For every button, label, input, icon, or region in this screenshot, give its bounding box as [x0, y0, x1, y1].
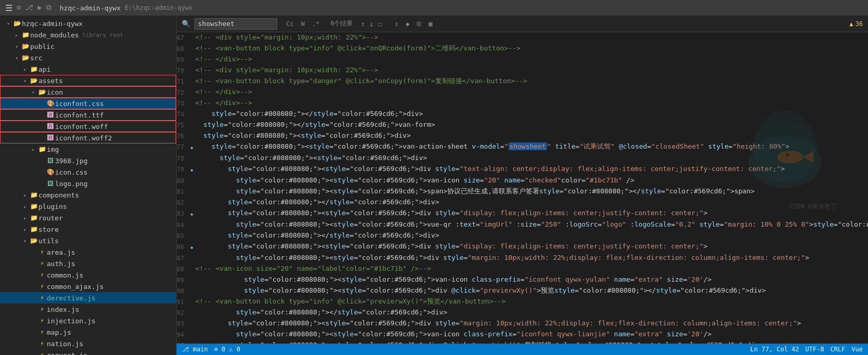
search-term: showsheet — [198, 20, 234, 28]
code-editor[interactable]: CSDN @果东布丁 67 <!-- <div style="margin: 1… — [177, 32, 868, 344]
file-explorer: ▾📂hzqc-admin-qywx▸📁node_moduleslibrary r… — [0, 16, 177, 355]
tree-item[interactable]: ⚡nation.js — [0, 338, 176, 349]
tree-item[interactable]: ▸📁img — [0, 143, 176, 155]
close-result-btn[interactable]: ☐ — [376, 20, 383, 28]
tree-item[interactable]: ▾📂src — [0, 52, 176, 63]
tree-item[interactable]: ⚡derective.js — [0, 292, 176, 304]
gutter-icon[interactable]: ◆ — [190, 245, 193, 250]
tree-item[interactable]: ▸📁components — [0, 189, 176, 201]
tree-item[interactable]: ▸📁store — [0, 223, 176, 235]
line-number: 70 — [177, 65, 190, 76]
code-row: 89 style="color:#808080;"><style="color:… — [177, 274, 868, 285]
tree-item-label: area.js — [47, 248, 75, 256]
files-icon[interactable]: ☰ — [5, 3, 12, 13]
warning-icon: ▲ — [849, 20, 853, 28]
line-number: 86 — [177, 241, 190, 253]
narrow-btn[interactable]: ◆ — [403, 20, 412, 28]
title-bar: ☰ ⚙ ⎇ ▶ ⧉ hzqc-admin-qywx E:\hzqc-admin-… — [0, 0, 868, 16]
line-number: 84 — [177, 219, 190, 230]
tree-item[interactable]: ⚡auth.js — [0, 258, 176, 269]
tree-item[interactable]: ⚡injection.js — [0, 315, 176, 326]
line-number: 78 — [177, 153, 190, 164]
js-icon: ⚡ — [37, 248, 47, 256]
code-row: 73 <!-- </div>--> — [177, 98, 868, 109]
tree-item-label: components — [38, 191, 79, 199]
tree-item-sublabel: library root — [82, 32, 123, 38]
branch-status[interactable]: ⎇ main — [182, 346, 208, 353]
tree-item[interactable]: 🖼3968.jpg — [0, 155, 176, 166]
language-status[interactable]: Vue — [851, 346, 863, 353]
tree-item[interactable]: ▾📂public — [0, 41, 176, 52]
line-code: style="color:#808080;"><style="color:#56… — [193, 274, 868, 285]
css-icon: 🎨 — [46, 168, 55, 176]
tree-item[interactable]: 🅰iconfont.ttf — [0, 109, 176, 121]
whole-word-btn[interactable]: W — [298, 19, 307, 29]
collapse-btn[interactable]: ⧉ — [414, 20, 424, 28]
line-code: style="color:#808080;"><style="color:#56… — [193, 219, 868, 230]
prev-result-btn[interactable]: ↑ — [359, 20, 366, 28]
tree-item-label: plugins — [38, 203, 67, 211]
folder-icon: 📁 — [29, 65, 38, 73]
tree-item[interactable]: ⚡common.js — [0, 269, 176, 281]
filter-btn[interactable]: ▦ — [426, 20, 435, 28]
tree-item[interactable]: ▾📂hzqc-admin-qywx — [0, 18, 176, 29]
code-row: 86 ◆ style="color:#808080;"><style="colo… — [177, 241, 868, 253]
line-ending-status[interactable]: CRLF — [830, 346, 845, 353]
line-number: 80 — [177, 175, 190, 186]
folder-open-icon: 📂 — [37, 88, 47, 96]
js-icon: ⚡ — [37, 340, 47, 347]
gutter-icon[interactable]: ◆ — [190, 212, 193, 217]
tree-item-label: hzqc-admin-qywx — [22, 20, 83, 28]
tree-item[interactable]: ⚡common_ajax.js — [0, 281, 176, 292]
folder-icon: 📁 — [21, 31, 30, 38]
tree-item[interactable]: 🅰iconfont.woff2 — [0, 132, 176, 143]
tree-item[interactable]: ⚡area.js — [0, 246, 176, 258]
tree-item-label: public — [30, 43, 55, 50]
code-row: 77 ◆ style="color:#808080;"><style="colo… — [177, 141, 868, 153]
next-result-btn[interactable]: ↓ — [368, 20, 375, 28]
debug-icon[interactable]: ▶ — [37, 3, 42, 13]
line-code: <!-- <van-button block type="info" @clic… — [193, 43, 868, 54]
position-status[interactable]: Ln 77, Col 42 — [750, 346, 799, 353]
folder-arrow-closed: ▸ — [29, 147, 37, 152]
font-icon: 🅰 — [46, 111, 55, 119]
line-gutter: ◆ — [190, 164, 193, 175]
git-icon[interactable]: ⎇ — [25, 3, 33, 13]
search-sidebar-icon[interactable]: ⚙ — [17, 3, 21, 13]
regex-btn[interactable]: .* — [310, 19, 322, 29]
code-row: 71 <!-- <van-button block type="danger" … — [177, 76, 868, 87]
encoding-status[interactable]: UTF-8 — [805, 346, 824, 353]
tree-item-label: iconfont.woff — [55, 123, 108, 130]
tree-item[interactable]: ▸📁plugins — [0, 201, 176, 212]
tree-item[interactable]: ▾📂utils — [0, 235, 176, 246]
tree-item[interactable]: ▾📂icon — [0, 86, 176, 98]
js-icon: ⚡ — [37, 317, 47, 324]
tree-item-label: 3968.jpg — [55, 157, 88, 165]
folder-icon: 📁 — [29, 191, 38, 199]
tree-item[interactable]: ⚡map.js — [0, 326, 176, 338]
tree-item[interactable]: ⚡index.js — [0, 304, 176, 315]
tree-item[interactable]: ⚡request.js — [0, 349, 176, 355]
case-sensitive-btn[interactable]: Cc — [284, 19, 296, 29]
line-number: 85 — [177, 230, 190, 241]
tree-item[interactable]: 🎨iconfont.css — [0, 98, 176, 109]
gutter-icon[interactable]: ◆ — [190, 167, 193, 173]
tree-item[interactable]: ▾📂assets — [0, 75, 176, 86]
folder-arrow-closed: ▸ — [12, 32, 21, 38]
tree-item[interactable]: ▸📁api — [0, 63, 176, 75]
code-row: 76 style="color:#808080;"><style="color:… — [177, 130, 868, 141]
tree-item[interactable]: 🖼logo.png — [0, 178, 176, 189]
tree-item[interactable]: ▸📁node_moduleslibrary root — [0, 29, 176, 41]
code-row: 91 <!-- <van-button block type="info" @c… — [177, 296, 868, 307]
extensions-icon[interactable]: ⧉ — [46, 3, 51, 13]
activity-bar-icons: ☰ ⚙ ⎇ ▶ ⧉ — [5, 3, 51, 13]
expand-btn[interactable]: ↕ — [392, 20, 401, 28]
line-code: <!-- <van-button block type="info" @clic… — [193, 296, 868, 307]
tree-item[interactable]: 🎨icon.css — [0, 166, 176, 178]
js-icon: ⚡ — [37, 271, 47, 279]
gutter-icon[interactable]: ◆ — [190, 145, 193, 150]
tree-item[interactable]: ▸📁router — [0, 212, 176, 223]
tree-item[interactable]: 🅰iconfont.woff — [0, 121, 176, 132]
tree-item-label: common.js — [47, 271, 83, 279]
tree-item-label: index.js — [47, 306, 79, 313]
